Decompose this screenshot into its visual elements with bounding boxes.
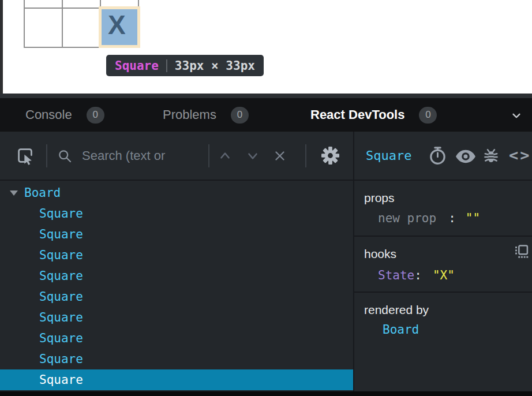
eye-icon[interactable]: [455, 148, 477, 165]
problems-count-badge: 0: [231, 107, 249, 124]
toolbar-divider: [208, 144, 209, 167]
hooks-section: hooks: [354, 237, 532, 293]
tooltip-dimensions: 33px × 33px: [175, 59, 255, 73]
inspect-highlight-overlay: X: [99, 6, 140, 48]
tree-item-label: Square: [39, 311, 83, 324]
tree-item-label: Square: [39, 207, 83, 221]
component-tree: Board Square Square Square Square Square…: [0, 181, 353, 391]
tree-item-square[interactable]: Square: [0, 328, 353, 349]
stopwatch-icon[interactable]: [428, 145, 448, 166]
highlighted-square-x[interactable]: X: [102, 9, 137, 45]
new-prop-value[interactable]: "": [466, 211, 480, 225]
tree-item-square[interactable]: Square: [0, 224, 353, 245]
gear-icon[interactable]: [321, 147, 339, 165]
page-left-edge: [0, 0, 3, 94]
tree-item-label: Board: [24, 186, 61, 200]
tab-react-devtools-label: React DevTools: [310, 107, 404, 122]
rendered-by-owner[interactable]: Board: [383, 323, 419, 337]
tree-item-board[interactable]: Board: [0, 182, 353, 203]
devtools-top-border: [0, 94, 532, 98]
view-source-icon[interactable]: <>: [509, 146, 531, 164]
board-square[interactable]: [25, 9, 62, 47]
board-square[interactable]: [63, 0, 100, 8]
hooks-title: hooks: [364, 247, 396, 261]
inspected-element-panel: props new prop : "" hooks: [353, 181, 532, 391]
devtools-window: X Square 33px × 33px Console 0 Problems …: [0, 0, 532, 396]
previous-result-icon[interactable]: [218, 150, 233, 162]
tree-item-label: Square: [39, 227, 83, 241]
inspected-element-header: Square: [353, 132, 532, 180]
collapse-triangle-icon[interactable]: [10, 190, 18, 196]
tree-item-square[interactable]: Square: [0, 203, 353, 224]
props-section: props new prop : "": [354, 181, 532, 237]
tree-item-square[interactable]: Square: [0, 266, 353, 286]
rendered-by-title: rendered by: [364, 303, 429, 317]
tree-item-square-selected[interactable]: Square: [0, 369, 353, 390]
clear-search-icon[interactable]: [272, 148, 287, 163]
toolbar-divider: [46, 144, 47, 167]
rendered-by-section: rendered by Board: [354, 293, 532, 390]
board-square[interactable]: [25, 0, 62, 8]
tree-item-label: Square: [39, 373, 83, 387]
board-square[interactable]: [63, 9, 100, 47]
colon: :: [448, 211, 456, 225]
props-title: props: [364, 191, 395, 205]
tab-console-label: Console: [25, 107, 72, 122]
tree-item-label: Square: [39, 290, 83, 304]
hook-name: State: [378, 268, 414, 282]
owner-label: Board: [383, 323, 419, 337]
tab-problems-label: Problems: [163, 107, 216, 122]
colon: :: [414, 268, 422, 282]
devtools-tabbar: Console 0 Problems 0 React DevTools 0: [0, 98, 532, 132]
toolbar-divider: [305, 144, 306, 167]
tree-item-square[interactable]: Square: [0, 286, 353, 307]
react-devtools-main: Board Square Square Square Square Square…: [0, 181, 532, 391]
state-hook-row[interactable]: State : "X": [378, 268, 455, 282]
next-result-icon[interactable]: [245, 150, 260, 162]
inspect-size-tooltip: Square 33px × 33px: [106, 55, 264, 76]
tooltip-component-name: Square: [115, 59, 159, 73]
tree-item-label: Square: [39, 331, 83, 345]
tab-console[interactable]: Console 0: [25, 98, 104, 132]
tree-item-label: Square: [39, 269, 83, 283]
hook-value[interactable]: "X": [433, 268, 455, 282]
selected-component-name: Square: [366, 132, 411, 180]
tree-item-square[interactable]: Square: [0, 349, 353, 369]
bug-icon[interactable]: [482, 147, 500, 165]
new-prop-placeholder[interactable]: new prop: [378, 211, 436, 225]
tab-react-devtools[interactable]: React DevTools 0: [310, 98, 437, 132]
search-input[interactable]: [82, 132, 204, 180]
console-count-badge: 0: [87, 107, 104, 124]
react-devtools-toolbar: Square: [0, 132, 532, 181]
react-count-badge: 0: [419, 107, 437, 124]
chevron-down-icon[interactable]: [509, 108, 524, 123]
tree-item-square[interactable]: Square: [0, 307, 353, 328]
inspect-element-icon[interactable]: [15, 145, 35, 166]
search-icon: [57, 148, 73, 164]
new-prop-row[interactable]: new prop : "": [378, 211, 480, 225]
tree-item-label: Square: [39, 352, 83, 366]
browser-page-area: X Square 33px × 33px: [0, 0, 532, 94]
tree-item-label: Square: [39, 248, 83, 262]
tab-problems[interactable]: Problems 0: [163, 98, 249, 132]
tree-item-square[interactable]: Square: [0, 245, 353, 266]
tooltip-separator: [166, 59, 167, 72]
parse-hook-names-icon[interactable]: [514, 244, 529, 259]
devtools-bottom-edge: [0, 391, 532, 396]
